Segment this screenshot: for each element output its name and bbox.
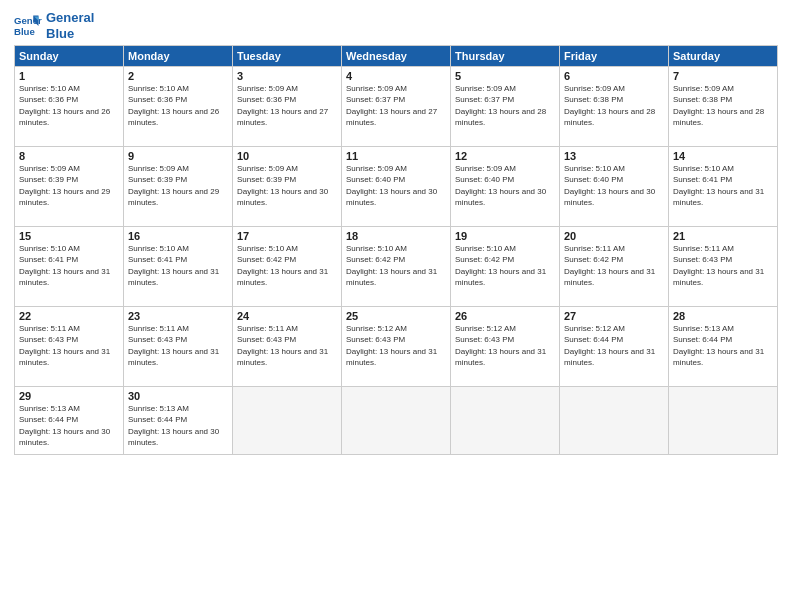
- day-info: Sunrise: 5:11 AM Sunset: 6:43 PM Dayligh…: [128, 323, 228, 368]
- col-header-friday: Friday: [560, 46, 669, 67]
- day-number: 29: [19, 390, 119, 402]
- day-number: 25: [346, 310, 446, 322]
- day-info: Sunrise: 5:09 AM Sunset: 6:39 PM Dayligh…: [128, 163, 228, 208]
- day-cell-1: 1 Sunrise: 5:10 AM Sunset: 6:36 PM Dayli…: [15, 67, 124, 147]
- day-info: Sunrise: 5:10 AM Sunset: 6:42 PM Dayligh…: [346, 243, 446, 288]
- empty-cell: [451, 387, 560, 455]
- day-number: 6: [564, 70, 664, 82]
- day-number: 2: [128, 70, 228, 82]
- day-number: 20: [564, 230, 664, 242]
- day-number: 13: [564, 150, 664, 162]
- day-number: 24: [237, 310, 337, 322]
- day-number: 23: [128, 310, 228, 322]
- day-info: Sunrise: 5:11 AM Sunset: 6:43 PM Dayligh…: [673, 243, 773, 288]
- day-number: 1: [19, 70, 119, 82]
- day-info: Sunrise: 5:11 AM Sunset: 6:42 PM Dayligh…: [564, 243, 664, 288]
- day-cell-15: 15 Sunrise: 5:10 AM Sunset: 6:41 PM Dayl…: [15, 227, 124, 307]
- week-row-1: 1 Sunrise: 5:10 AM Sunset: 6:36 PM Dayli…: [15, 67, 778, 147]
- col-header-thursday: Thursday: [451, 46, 560, 67]
- day-cell-27: 27 Sunrise: 5:12 AM Sunset: 6:44 PM Dayl…: [560, 307, 669, 387]
- logo: General Blue General Blue: [14, 10, 94, 41]
- day-cell-6: 6 Sunrise: 5:09 AM Sunset: 6:38 PM Dayli…: [560, 67, 669, 147]
- week-row-3: 15 Sunrise: 5:10 AM Sunset: 6:41 PM Dayl…: [15, 227, 778, 307]
- day-cell-24: 24 Sunrise: 5:11 AM Sunset: 6:43 PM Dayl…: [233, 307, 342, 387]
- day-cell-30: 30 Sunrise: 5:13 AM Sunset: 6:44 PM Dayl…: [124, 387, 233, 455]
- day-info: Sunrise: 5:10 AM Sunset: 6:41 PM Dayligh…: [19, 243, 119, 288]
- day-info: Sunrise: 5:10 AM Sunset: 6:40 PM Dayligh…: [564, 163, 664, 208]
- calendar-table: SundayMondayTuesdayWednesdayThursdayFrid…: [14, 45, 778, 455]
- day-cell-26: 26 Sunrise: 5:12 AM Sunset: 6:43 PM Dayl…: [451, 307, 560, 387]
- day-number: 28: [673, 310, 773, 322]
- day-number: 12: [455, 150, 555, 162]
- day-cell-2: 2 Sunrise: 5:10 AM Sunset: 6:36 PM Dayli…: [124, 67, 233, 147]
- day-info: Sunrise: 5:10 AM Sunset: 6:41 PM Dayligh…: [673, 163, 773, 208]
- day-info: Sunrise: 5:10 AM Sunset: 6:41 PM Dayligh…: [128, 243, 228, 288]
- col-header-wednesday: Wednesday: [342, 46, 451, 67]
- day-cell-11: 11 Sunrise: 5:09 AM Sunset: 6:40 PM Dayl…: [342, 147, 451, 227]
- day-cell-21: 21 Sunrise: 5:11 AM Sunset: 6:43 PM Dayl…: [669, 227, 778, 307]
- day-info: Sunrise: 5:10 AM Sunset: 6:42 PM Dayligh…: [455, 243, 555, 288]
- day-cell-13: 13 Sunrise: 5:10 AM Sunset: 6:40 PM Dayl…: [560, 147, 669, 227]
- day-cell-29: 29 Sunrise: 5:13 AM Sunset: 6:44 PM Dayl…: [15, 387, 124, 455]
- day-cell-23: 23 Sunrise: 5:11 AM Sunset: 6:43 PM Dayl…: [124, 307, 233, 387]
- day-cell-16: 16 Sunrise: 5:10 AM Sunset: 6:41 PM Dayl…: [124, 227, 233, 307]
- day-number: 5: [455, 70, 555, 82]
- day-cell-12: 12 Sunrise: 5:09 AM Sunset: 6:40 PM Dayl…: [451, 147, 560, 227]
- day-number: 30: [128, 390, 228, 402]
- col-header-saturday: Saturday: [669, 46, 778, 67]
- day-number: 11: [346, 150, 446, 162]
- col-header-tuesday: Tuesday: [233, 46, 342, 67]
- col-header-sunday: Sunday: [15, 46, 124, 67]
- day-info: Sunrise: 5:09 AM Sunset: 6:37 PM Dayligh…: [346, 83, 446, 128]
- day-cell-17: 17 Sunrise: 5:10 AM Sunset: 6:42 PM Dayl…: [233, 227, 342, 307]
- day-info: Sunrise: 5:09 AM Sunset: 6:37 PM Dayligh…: [455, 83, 555, 128]
- day-number: 21: [673, 230, 773, 242]
- day-info: Sunrise: 5:12 AM Sunset: 6:43 PM Dayligh…: [346, 323, 446, 368]
- day-cell-25: 25 Sunrise: 5:12 AM Sunset: 6:43 PM Dayl…: [342, 307, 451, 387]
- day-number: 22: [19, 310, 119, 322]
- day-info: Sunrise: 5:10 AM Sunset: 6:36 PM Dayligh…: [19, 83, 119, 128]
- day-info: Sunrise: 5:10 AM Sunset: 6:36 PM Dayligh…: [128, 83, 228, 128]
- week-row-2: 8 Sunrise: 5:09 AM Sunset: 6:39 PM Dayli…: [15, 147, 778, 227]
- day-cell-18: 18 Sunrise: 5:10 AM Sunset: 6:42 PM Dayl…: [342, 227, 451, 307]
- day-cell-4: 4 Sunrise: 5:09 AM Sunset: 6:37 PM Dayli…: [342, 67, 451, 147]
- day-info: Sunrise: 5:13 AM Sunset: 6:44 PM Dayligh…: [19, 403, 119, 448]
- day-info: Sunrise: 5:09 AM Sunset: 6:39 PM Dayligh…: [237, 163, 337, 208]
- empty-cell: [342, 387, 451, 455]
- week-row-4: 22 Sunrise: 5:11 AM Sunset: 6:43 PM Dayl…: [15, 307, 778, 387]
- day-number: 7: [673, 70, 773, 82]
- header: General Blue General Blue: [14, 10, 778, 41]
- day-info: Sunrise: 5:09 AM Sunset: 6:38 PM Dayligh…: [673, 83, 773, 128]
- day-info: Sunrise: 5:09 AM Sunset: 6:38 PM Dayligh…: [564, 83, 664, 128]
- empty-cell: [560, 387, 669, 455]
- day-cell-20: 20 Sunrise: 5:11 AM Sunset: 6:42 PM Dayl…: [560, 227, 669, 307]
- day-number: 3: [237, 70, 337, 82]
- day-number: 15: [19, 230, 119, 242]
- day-cell-19: 19 Sunrise: 5:10 AM Sunset: 6:42 PM Dayl…: [451, 227, 560, 307]
- page: General Blue General Blue SundayMondayTu…: [0, 0, 792, 612]
- day-info: Sunrise: 5:13 AM Sunset: 6:44 PM Dayligh…: [673, 323, 773, 368]
- day-number: 27: [564, 310, 664, 322]
- header-row: SundayMondayTuesdayWednesdayThursdayFrid…: [15, 46, 778, 67]
- svg-text:Blue: Blue: [14, 25, 35, 36]
- day-cell-5: 5 Sunrise: 5:09 AM Sunset: 6:37 PM Dayli…: [451, 67, 560, 147]
- day-cell-22: 22 Sunrise: 5:11 AM Sunset: 6:43 PM Dayl…: [15, 307, 124, 387]
- day-info: Sunrise: 5:09 AM Sunset: 6:39 PM Dayligh…: [19, 163, 119, 208]
- day-info: Sunrise: 5:10 AM Sunset: 6:42 PM Dayligh…: [237, 243, 337, 288]
- day-number: 14: [673, 150, 773, 162]
- day-number: 16: [128, 230, 228, 242]
- empty-cell: [669, 387, 778, 455]
- day-cell-28: 28 Sunrise: 5:13 AM Sunset: 6:44 PM Dayl…: [669, 307, 778, 387]
- day-info: Sunrise: 5:11 AM Sunset: 6:43 PM Dayligh…: [237, 323, 337, 368]
- col-header-monday: Monday: [124, 46, 233, 67]
- day-info: Sunrise: 5:09 AM Sunset: 6:40 PM Dayligh…: [455, 163, 555, 208]
- logo-icon: General Blue: [14, 12, 42, 40]
- day-info: Sunrise: 5:09 AM Sunset: 6:40 PM Dayligh…: [346, 163, 446, 208]
- day-info: Sunrise: 5:13 AM Sunset: 6:44 PM Dayligh…: [128, 403, 228, 448]
- week-row-5: 29 Sunrise: 5:13 AM Sunset: 6:44 PM Dayl…: [15, 387, 778, 455]
- day-number: 19: [455, 230, 555, 242]
- day-cell-3: 3 Sunrise: 5:09 AM Sunset: 6:36 PM Dayli…: [233, 67, 342, 147]
- day-number: 26: [455, 310, 555, 322]
- day-number: 4: [346, 70, 446, 82]
- day-cell-9: 9 Sunrise: 5:09 AM Sunset: 6:39 PM Dayli…: [124, 147, 233, 227]
